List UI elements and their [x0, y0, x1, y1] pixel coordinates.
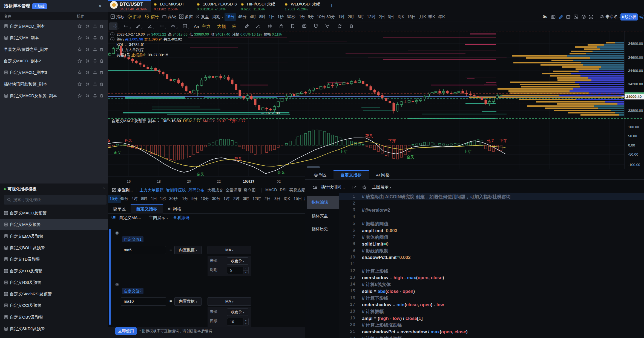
- svg-text:下穿: 下穿: [499, 138, 507, 143]
- svg-text:33751.00: 33751.00: [264, 111, 280, 115]
- svg-text:死叉: 死叉: [487, 138, 495, 143]
- svg-text:穿: 穿: [108, 139, 110, 143]
- svg-text:上穿: 上穿: [464, 149, 472, 154]
- svg-text:34200.00: 34200.00: [628, 82, 643, 86]
- svg-text:10月27: 10月27: [243, 179, 254, 183]
- svg-text:死叉: 死叉: [125, 138, 132, 142]
- svg-text:50.00: 50.00: [628, 134, 637, 138]
- svg-text:02: 02: [277, 179, 281, 183]
- svg-text:16: 16: [127, 179, 131, 183]
- svg-text:20: 20: [187, 179, 191, 183]
- svg-text:33800.00: 33800.00: [628, 109, 643, 113]
- svg-text:死叉: 死叉: [365, 134, 373, 138]
- svg-text:上穿: 上穿: [340, 149, 347, 154]
- svg-text:18: 18: [157, 179, 161, 183]
- svg-text:金叉: 金叉: [114, 150, 121, 155]
- svg-text:34800.00: 34800.00: [628, 42, 643, 46]
- svg-text:34400.00: 34400.00: [628, 69, 643, 73]
- svg-text:下穿: 下穿: [388, 139, 396, 143]
- svg-text:0.00: 0.00: [628, 143, 635, 147]
- svg-text:金叉: 金叉: [197, 172, 204, 176]
- svg-text:-100.00: -100.00: [628, 163, 640, 167]
- svg-text:34600.00: 34600.00: [628, 56, 643, 60]
- svg-text:-50.00: -50.00: [628, 152, 638, 156]
- svg-text:3: 3: [174, 27, 176, 28]
- svg-text:金叉: 金叉: [277, 170, 285, 174]
- svg-text:金叉: 金叉: [407, 155, 414, 159]
- svg-text:34009.40: 34009.40: [626, 95, 642, 99]
- svg-text:死叉: 死叉: [234, 157, 242, 161]
- svg-text:22: 22: [217, 179, 221, 183]
- svg-text:100.00: 100.00: [628, 125, 639, 129]
